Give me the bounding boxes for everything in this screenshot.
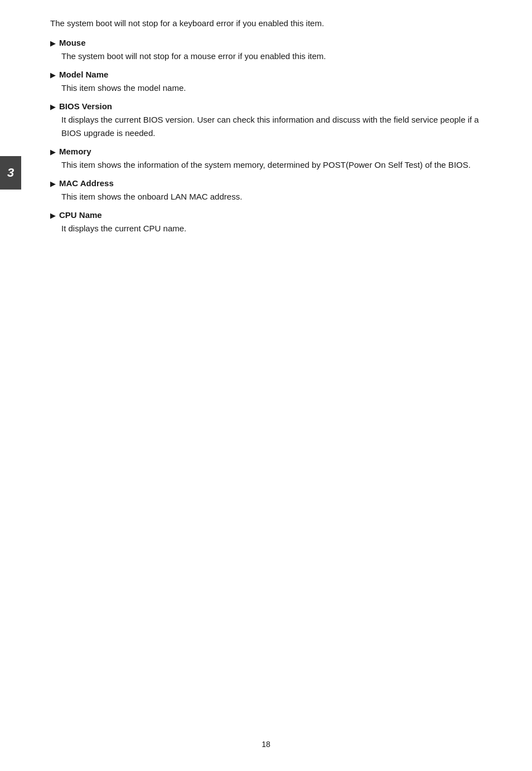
section-header-mac-address: ▶MAC Address [50,178,487,188]
arrow-icon-mac-address: ▶ [50,180,56,188]
section-title-mouse: Mouse [59,38,86,47]
section-title-cpu-name: CPU Name [59,210,102,220]
section-desc-mouse: The system boot will not stop for a mous… [61,50,487,63]
page-container: 3 The system boot will not stop for a ke… [0,0,532,771]
section-desc-memory: This item shows the information of the s… [61,158,487,172]
arrow-icon-bios-version: ▶ [50,103,56,111]
section-desc-cpu-name: It displays the current CPU name. [61,222,487,235]
arrow-icon-model-name: ▶ [50,71,56,79]
section-header-mouse: ▶Mouse [50,38,487,47]
section-mac-address: ▶MAC AddressThis item shows the onboard … [50,178,487,203]
section-header-bios-version: ▶BIOS Version [50,101,487,111]
sections-container: ▶MouseThe system boot will not stop for … [50,38,487,235]
content-area: The system boot will not stop for a keyb… [45,17,487,235]
section-desc-bios-version: It displays the current BIOS version. Us… [61,113,487,140]
chapter-number: 3 [7,166,14,180]
section-cpu-name: ▶CPU NameIt displays the current CPU nam… [50,210,487,235]
section-header-cpu-name: ▶CPU Name [50,210,487,220]
section-bios-version: ▶BIOS VersionIt displays the current BIO… [50,101,487,140]
section-title-memory: Memory [59,147,91,156]
section-desc-mac-address: This item shows the onboard LAN MAC addr… [61,190,487,203]
section-header-model-name: ▶Model Name [50,70,487,79]
chapter-tab: 3 [0,156,21,190]
section-mouse: ▶MouseThe system boot will not stop for … [50,38,487,63]
arrow-icon-cpu-name: ▶ [50,211,56,220]
section-title-mac-address: MAC Address [59,178,114,188]
section-title-bios-version: BIOS Version [59,101,112,111]
intro-keyboard-text: The system boot will not stop for a keyb… [50,17,487,30]
section-desc-model-name: This item shows the model name. [61,81,487,95]
page-number: 18 [262,740,270,749]
section-model-name: ▶Model NameThis item shows the model nam… [50,70,487,95]
arrow-icon-mouse: ▶ [50,39,56,47]
section-header-memory: ▶Memory [50,147,487,156]
arrow-icon-memory: ▶ [50,148,56,156]
section-title-model-name: Model Name [59,70,108,79]
section-memory: ▶MemoryThis item shows the information o… [50,147,487,172]
